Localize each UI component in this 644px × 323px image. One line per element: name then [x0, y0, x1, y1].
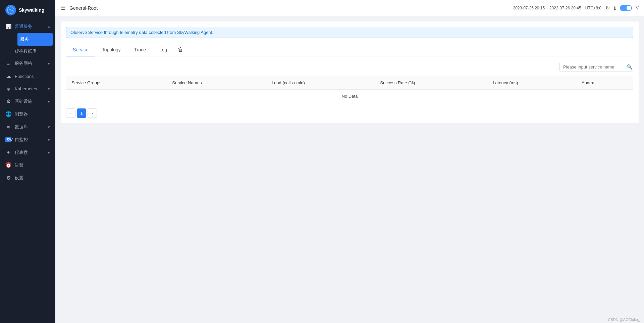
tab-trace-label: Trace — [134, 47, 146, 52]
timezone: UTC+8:0 — [585, 6, 601, 10]
sidebar-item-label: 基础设施 — [15, 98, 32, 104]
sidebar-item-service-mesh[interactable]: ≡ 服务网格 ∨ — [0, 57, 55, 70]
bell-icon: ⏰ — [5, 162, 11, 168]
sidebar-item-label: 浏览器 — [15, 111, 28, 117]
toggle-switch[interactable] — [620, 5, 632, 11]
grid-icon: ⊞ — [5, 149, 11, 155]
pagination-page-1[interactable]: 1 — [77, 108, 86, 118]
logo-text: Skywalking — [19, 7, 44, 13]
pagination-prev[interactable]: ‹ — [66, 108, 75, 118]
info-icon[interactable]: ℹ — [614, 5, 616, 11]
breadcrumb: General-Root — [69, 5, 98, 11]
tab-topology[interactable]: Topology — [95, 44, 127, 56]
sidebar-item-general-service[interactable]: 📊 普通服务 ∧ — [0, 20, 55, 33]
col-success-rate: Success Rate (%) — [375, 76, 487, 90]
sidebar-item-label: 普通服务 — [15, 24, 32, 30]
logo: Skywalking — [0, 0, 55, 20]
sidebar-item-virtual-db[interactable]: 虚拟数据库 — [15, 46, 55, 57]
search-box: 🔍 — [559, 62, 633, 72]
sidebar-sub-label-vdb: 虚拟数据库 — [15, 49, 37, 54]
topbar-right: 2023-07-26 20:15 ~ 2023-07-26 20:45 UTC+… — [513, 5, 639, 11]
sidebar-item-infra[interactable]: ⚙ 基础设施 ∨ — [0, 95, 55, 108]
content-area: Observe Service through telemetry data c… — [55, 16, 644, 323]
chevron-down-icon: ∨ — [48, 151, 50, 154]
cloud-icon: ☁ — [5, 73, 11, 79]
topbar: ☰ General-Root 2023-07-26 20:15 ~ 2023-0… — [55, 0, 644, 16]
breadcrumb-text: General-Root — [69, 5, 98, 11]
sidebar-item-database[interactable]: ≡ 数据库 ∨ — [0, 121, 55, 133]
service-card: Observe Service through telemetry data c… — [61, 21, 639, 123]
tab-log[interactable]: Log — [153, 44, 174, 56]
tabs-bar: Service Topology Trace Log 🗑 — [66, 43, 633, 56]
sidebar-item-kubernetes[interactable]: ⎈ Kubernetes ∨ — [0, 83, 55, 95]
sw-icon: SW — [5, 137, 11, 142]
toggle-knob — [627, 6, 631, 10]
tab-log-label: Log — [159, 47, 167, 52]
settings-icon: ⚙ — [5, 175, 11, 181]
sidebar-item-service[interactable]: 服务 — [17, 33, 53, 46]
sidebar-item-functions[interactable]: ☁ Functions — [0, 70, 55, 83]
sidebar-item-label: Kubernetes — [15, 86, 37, 91]
table-body: No Data — [66, 90, 633, 103]
db-icon: ≡ — [5, 124, 11, 130]
sidebar-sub-general: 服务 虚拟数据库 — [0, 33, 55, 57]
footer: CSDN @ACGlaka_ — [608, 318, 640, 322]
globe-icon: 🌐 — [5, 111, 11, 117]
tab-service[interactable]: Service — [66, 44, 95, 56]
chevron-down-icon: ∨ — [48, 138, 50, 142]
col-latency: Latency (ms) — [487, 76, 576, 90]
sidebar-item-label: 告警 — [15, 162, 23, 168]
tab-service-label: Service — [73, 47, 89, 52]
sidebar-item-label: Functions — [15, 74, 34, 79]
sidebar-item-label: 仪表盘 — [15, 149, 28, 155]
no-data-cell: No Data — [66, 90, 633, 103]
col-load: Load (calls / min) — [266, 76, 375, 90]
sidebar-item-browser[interactable]: 🌐 浏览器 — [0, 108, 55, 121]
clipboard-icon[interactable]: 🗑 — [174, 43, 187, 56]
pagination: ‹ 1 › — [66, 108, 633, 118]
sidebar: Skywalking 📊 普通服务 ∧ 服务 虚拟数据库 ≡ 服务网格 ∨ ☁ … — [0, 0, 55, 323]
search-input[interactable] — [560, 62, 623, 72]
no-data-row: No Data — [66, 90, 633, 103]
chart-icon: 📊 — [5, 24, 11, 30]
footer-text: CSDN @ACGlaka_ — [608, 318, 640, 322]
tab-trace[interactable]: Trace — [127, 44, 153, 56]
sidebar-item-label: 设置 — [15, 175, 23, 181]
sidebar-item-dashboard[interactable]: ⊞ 仪表盘 ∨ — [0, 146, 55, 159]
sidebar-item-label: 自监控 — [15, 137, 28, 143]
sidebar-item-self-monitor[interactable]: SW 自监控 ∨ — [0, 133, 55, 146]
info-text: Observe Service through telemetry data c… — [70, 30, 213, 35]
chevron-down-icon: ∨ — [48, 62, 50, 65]
chevron-down-icon: ∨ — [48, 87, 50, 91]
tab-topology-label: Topology — [102, 47, 121, 52]
pagination-next[interactable]: › — [88, 108, 97, 118]
chevron-up-icon: ∧ — [48, 25, 50, 29]
service-table: Service Groups Service Names Load (calls… — [66, 76, 633, 103]
search-button[interactable]: 🔍 — [623, 62, 633, 72]
toggle-label: V — [636, 6, 639, 10]
sidebar-item-alerts[interactable]: ⏰ 告警 — [0, 159, 55, 172]
chevron-down-icon: ∨ — [48, 125, 50, 129]
time-range: 2023-07-26 20:15 ~ 2023-07-26 20:45 — [513, 6, 581, 10]
gear-icon: ⚙ — [5, 98, 11, 104]
refresh-icon[interactable]: ↻ — [605, 5, 610, 11]
sidebar-item-settings[interactable]: ⚙ 设置 — [0, 172, 55, 184]
info-bar: Observe Service through telemetry data c… — [66, 27, 633, 38]
sidebar-sub-label-service: 服务 — [20, 36, 29, 42]
menu-icon[interactable]: ☰ — [61, 5, 65, 11]
main-content: ☰ General-Root 2023-07-26 20:15 ~ 2023-0… — [55, 0, 644, 323]
logo-icon — [5, 5, 16, 15]
chevron-down-icon: ∨ — [48, 100, 50, 103]
table-header: Service Groups Service Names Load (calls… — [66, 76, 633, 90]
sidebar-item-label: 数据库 — [15, 124, 28, 130]
col-apdex: Apdex — [576, 76, 633, 90]
k8s-icon: ⎈ — [5, 86, 11, 92]
sidebar-item-label: 服务网格 — [15, 60, 32, 66]
col-service-names: Service Names — [167, 76, 266, 90]
col-service-groups: Service Groups — [66, 76, 167, 90]
search-row: 🔍 — [66, 62, 633, 72]
mesh-icon: ≡ — [5, 61, 11, 66]
